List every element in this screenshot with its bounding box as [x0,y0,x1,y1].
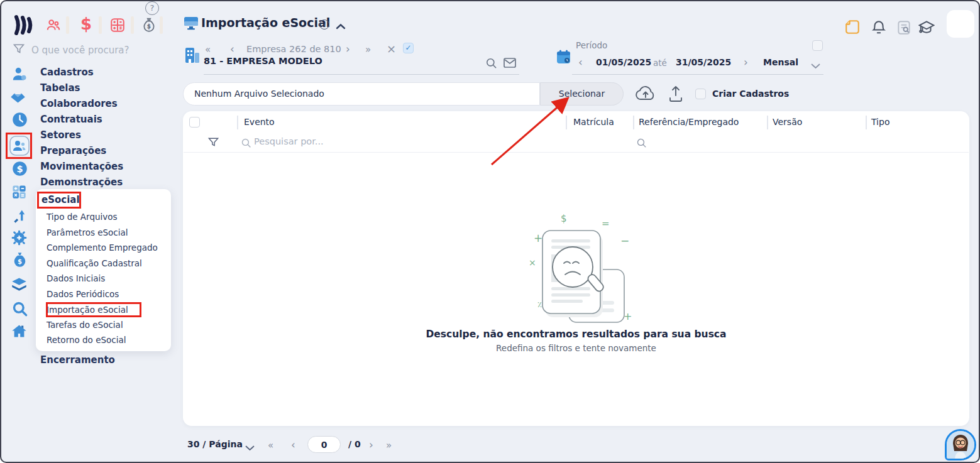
period-start-date[interactable]: 01/05/2025 [596,57,651,67]
next-page-icon[interactable]: › [369,440,373,450]
submenu-tipo-de-arquivos[interactable]: Tipo de Arquivos [47,212,118,222]
info-icon[interactable]: i [319,19,329,30]
svg-text:٪: ٪ [537,300,542,309]
submenu-retorno-do-esocial[interactable]: Retorno do eSocial [47,335,126,345]
settings-gear-icon[interactable] [11,229,28,246]
company-name: 81 - EMPRESA MODELO [204,56,322,66]
create-registrations-checkbox[interactable] [695,89,706,99]
submenu-qualificacao-cadastral[interactable]: Qualificação Cadastral [47,258,142,268]
handshake-icon[interactable] [9,89,26,106]
sidebar-search-placeholder: O que você procura? [31,45,129,56]
submenu-dados-iniciais[interactable]: Dados Iniciais [47,273,105,283]
submenu-tarefas-do-esocial[interactable]: Tarefas do eSocial [47,320,123,330]
last-company-icon[interactable]: » [365,44,370,55]
submenu-importacao-esocial[interactable]: Importação eSocial [47,305,128,315]
graduation-cap-icon[interactable] [918,19,935,35]
submenu-dados-periodicos[interactable]: Dados Periódicos [47,289,119,299]
next-period-icon[interactable]: › [744,57,748,68]
upload-icon[interactable] [668,84,683,106]
app-window: $ $ O que você procura? ? $ [0,0,980,463]
svg-text:$: $ [561,213,567,224]
sidebar-item-colaboradores[interactable]: Colaboradores [40,98,118,109]
company-search-icon[interactable] [485,57,497,72]
column-separator [866,116,867,129]
page-title: Importação eSocial [201,16,330,30]
sidebar-item-cadastros[interactable]: Cadastros [40,67,94,78]
budget-bag-icon[interactable]: $ [11,251,28,268]
notifications-bell-icon[interactable] [871,19,887,35]
collapse-chevron-up-icon[interactable] [336,20,346,26]
sidebar-item-encerramento[interactable]: Encerramento [40,354,115,366]
svg-text:−: − [620,234,629,247]
period-mode-select[interactable]: Mensal [763,57,798,67]
payroll-icon[interactable]: $ [78,14,94,31]
sidebar-item-setores[interactable]: Setores [40,129,81,141]
sidebar-search[interactable]: O que você procura? [13,43,170,59]
mail-icon[interactable] [504,58,516,70]
finance-icon[interactable]: $ [11,160,28,177]
employees-icon[interactable] [45,17,62,33]
next-company-icon[interactable]: › [346,44,350,55]
app-logo[interactable] [13,14,35,36]
submenu-parametros-esocial[interactable]: Parâmetros eSocial [47,227,128,237]
period-option-checkbox[interactable] [812,40,823,51]
sidebar-item-demonstracoes[interactable]: Demonstrações [40,177,123,188]
reference-search-icon[interactable] [636,138,647,151]
promotion-icon[interactable] [12,208,29,225]
page-number-input[interactable] [307,436,341,453]
sidebar-item-tabelas[interactable]: Tabelas [40,82,80,94]
first-page-icon[interactable]: « [268,440,272,451]
calculator-icon[interactable] [11,183,28,200]
period-end-date[interactable]: 31/05/2025 [676,57,731,67]
column-evento[interactable]: Evento [244,117,275,127]
assistant-avatar[interactable] [945,429,976,460]
clock-icon[interactable] [11,111,28,128]
help-icon[interactable]: ? [145,1,159,15]
company-filter-checkbox[interactable]: ✓ [403,43,414,53]
first-company-icon[interactable]: « [205,44,209,55]
user-avatar-placeholder[interactable] [947,10,974,38]
money-bag-icon[interactable]: $ [141,17,157,33]
sidebar-item-esocial[interactable]: eSocial [41,194,80,205]
document-search-icon[interactable] [896,19,912,36]
prev-company-icon[interactable]: ‹ [230,44,234,55]
svg-text:$: $ [16,163,23,174]
clear-company-icon[interactable]: × [387,43,396,55]
svg-text:+: + [534,232,542,244]
company-pager-label: Empresa 262 de 810 [246,44,341,54]
column-separator [633,116,634,129]
notes-icon[interactable] [844,19,861,35]
annotation-arrow [476,90,580,172]
sidebar-item-contratuais[interactable]: Contratuais [40,114,102,125]
prev-page-icon[interactable]: ‹ [291,440,295,450]
sidebar-item-preparacoes[interactable]: Preparações [40,145,106,156]
period-mode-chevron-down-icon[interactable] [811,60,820,72]
registrations-icon[interactable] [11,66,28,83]
prev-period-icon[interactable]: ‹ [578,57,583,68]
calculations-icon[interactable] [109,17,126,33]
svg-text:×: × [529,258,536,268]
company-underline [204,74,519,75]
calendar-icon [556,49,571,67]
collaborators-icon[interactable] [9,135,30,156]
column-versao[interactable]: Versão [773,117,802,127]
period-underline [572,74,823,75]
submenu-complemento-empregado[interactable]: Complemento Empregado [47,242,158,253]
table-search-input[interactable] [254,136,417,146]
search-module-icon[interactable] [11,300,28,317]
sidebar-item-movimentacoes[interactable]: Movimentações [40,161,123,172]
column-referencia-empregado[interactable]: Referência/Empregado [639,117,739,127]
create-registrations-label: Criar Cadastros [712,89,789,99]
cloud-upload-icon[interactable] [635,84,656,106]
per-page-chevron-down-icon[interactable] [245,442,255,454]
table-filter-icon[interactable] [207,136,219,151]
select-all-checkbox[interactable] [189,117,200,128]
topbar-divider [99,16,102,34]
layers-icon[interactable] [11,276,28,293]
column-tipo[interactable]: Tipo [871,117,889,127]
home-icon[interactable] [11,323,28,340]
last-page-icon[interactable]: » [386,440,390,451]
per-page-select[interactable]: 30 / Página [187,439,243,449]
empty-state-illustration: $= +− ×٪ + [526,212,633,326]
period-until-label: até [653,58,667,68]
